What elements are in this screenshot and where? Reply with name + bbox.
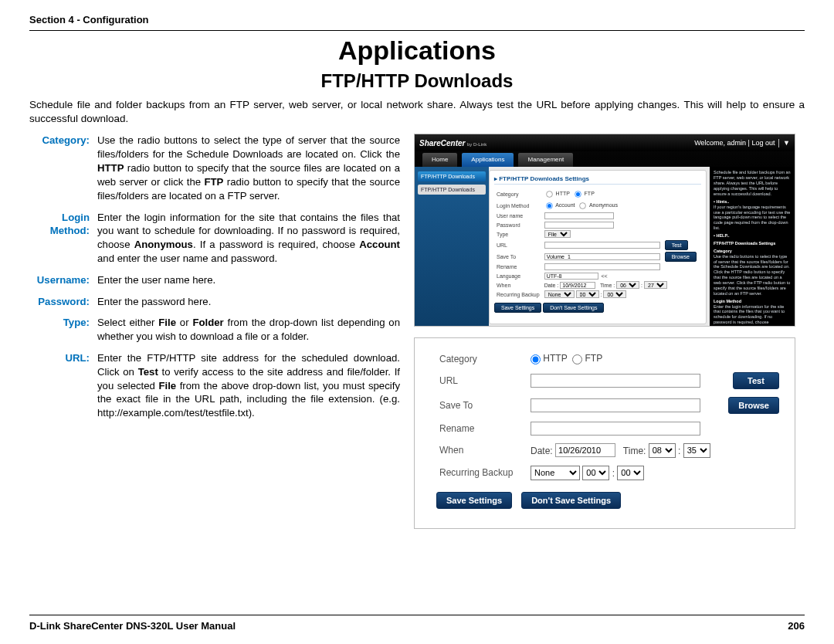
t: . If a password is required, choose	[193, 239, 359, 250]
b: Account	[359, 239, 400, 250]
settings-form-large: Category HTTP FTP URL Test Save To Brows…	[436, 349, 782, 483]
term-password: Password:	[29, 295, 90, 309]
lbl-when: When	[494, 280, 542, 290]
help-lm-t: Enter the login information for the site…	[714, 304, 788, 327]
input-password-small[interactable]	[544, 222, 614, 229]
desc-category: Use the radio buttons to select the type…	[97, 134, 400, 202]
help-hints-h: Hints..	[714, 199, 791, 205]
lbl-save-to: Save To	[494, 251, 542, 263]
save-settings-small[interactable]: Save Settings	[494, 303, 541, 313]
sidebar-item-ftp-http[interactable]: FTP/HTTP Downloads	[418, 185, 486, 195]
footer-page-number: 206	[788, 620, 805, 632]
input-save-to-small[interactable]	[544, 253, 660, 260]
brand-text: ShareCenter	[419, 139, 465, 147]
radio-anonymous-small[interactable]	[580, 202, 586, 208]
intro-text: Schedule file and folder backups from an…	[29, 98, 805, 126]
footer-left: D-Link ShareCenter DNS-320L User Manual	[29, 620, 236, 632]
select-rec-hh[interactable]: 00	[582, 466, 609, 480]
help-hints-t: If your region's language requirements u…	[714, 205, 790, 231]
browse-button[interactable]: Browse	[728, 397, 779, 414]
select-hh-small[interactable]: 06	[616, 281, 639, 289]
tab-management[interactable]: Management	[518, 153, 573, 167]
t: HTTP	[543, 353, 567, 364]
dont-save-settings-small[interactable]: Don't Save Settings	[543, 303, 604, 313]
definitions-column: Category: Use the radio buttons to selec…	[29, 134, 400, 529]
input-date-small[interactable]	[560, 282, 595, 289]
lbl-password: Password	[494, 221, 542, 229]
lbl-category: Category	[494, 188, 542, 199]
radio-ftp[interactable]	[572, 354, 582, 364]
help-section: FTP/HTTP Downloads Settings	[714, 241, 791, 246]
help-intro: Schedule file and folder backups from an…	[714, 170, 791, 196]
input-rename-small[interactable]	[544, 263, 660, 270]
lbl-url: URL	[494, 239, 542, 250]
dont-save-settings-button[interactable]: Don't Save Settings	[521, 492, 621, 509]
settings-form-small: Category HTTP FTP Login Method Account A…	[494, 188, 699, 299]
radio-ftp-small[interactable]	[575, 191, 581, 197]
app-sidebar: FTP/HTTP Downloads FTP/HTTP Downloads	[415, 167, 489, 327]
breadcrumb: FTP/HTTP Downloads	[418, 171, 486, 181]
logout-link[interactable]: Log out	[751, 139, 775, 147]
desc-url: Enter the FTP/HTTP site address for the …	[97, 351, 400, 420]
t: FTP/HTTP Downloads Settings	[499, 175, 589, 182]
lbl-recurring-l: Recurring Backup	[436, 462, 527, 484]
b: Anonymous	[134, 239, 193, 250]
select-rec-mm[interactable]: 00	[617, 466, 644, 480]
input-rename[interactable]	[531, 422, 700, 436]
app-topbar: ShareCenter by D-Link Welcome, admin | L…	[415, 134, 795, 151]
form-section-title: ▸ FTP/HTTP Downloads Settings	[494, 175, 701, 185]
select-mm[interactable]: 35	[683, 443, 710, 458]
t: FTP	[585, 191, 595, 196]
brand-suffix: by D-Link	[467, 142, 486, 147]
select-type-small[interactable]: File	[544, 230, 571, 238]
app-body: FTP/HTTP Downloads FTP/HTTP Downloads ▸ …	[415, 167, 795, 327]
lang-arrows[interactable]: <<	[602, 273, 608, 279]
test-button[interactable]: Test	[733, 372, 779, 389]
select-recurring[interactable]: None	[531, 466, 580, 480]
app-brand: ShareCenter by D-Link	[419, 139, 486, 147]
term-type: Type:	[29, 316, 90, 344]
test-button-small[interactable]: Test	[665, 240, 689, 250]
b: File	[158, 317, 176, 328]
input-url-small[interactable]	[544, 242, 660, 249]
radio-account-small[interactable]	[546, 202, 552, 208]
app-tabs: Home Applications Management	[415, 151, 795, 167]
dropdown-icon[interactable]: │ ▼	[777, 139, 790, 147]
lbl-url-l: URL	[436, 368, 527, 393]
input-language-small[interactable]	[544, 273, 598, 280]
t: Date :	[544, 283, 559, 288]
term-login-method: Login Method:	[29, 211, 90, 266]
select-hh[interactable]: 08	[649, 443, 676, 458]
lbl-login-method: Login Method	[494, 200, 542, 212]
t: Anonymous	[589, 202, 618, 208]
input-username-small[interactable]	[544, 212, 614, 219]
select-rec-mm-small[interactable]: 00	[603, 290, 626, 298]
t: Select either	[97, 317, 158, 328]
input-date[interactable]	[555, 443, 615, 457]
lbl-rename: Rename	[494, 263, 542, 271]
t: FTP	[585, 353, 602, 364]
lbl-rename-l: Rename	[436, 418, 527, 439]
save-settings-button[interactable]: Save Settings	[436, 492, 512, 509]
radio-http[interactable]	[531, 354, 541, 364]
select-mm-small[interactable]: 27	[644, 281, 667, 289]
help-cat-h: Category	[714, 249, 791, 254]
term-username: Username:	[29, 273, 90, 287]
section-header: Section 4 - Configuration	[29, 14, 805, 30]
lbl-save-to-l: Save To	[436, 393, 527, 418]
desc-username: Enter the user name here.	[97, 273, 400, 287]
radio-http-small[interactable]	[546, 191, 552, 197]
input-url[interactable]	[531, 374, 700, 388]
topbar-right: Welcome, admin | Log out │ ▼	[694, 139, 790, 147]
select-rec-hh-small[interactable]: 00	[576, 290, 599, 298]
b: Folder	[192, 317, 223, 328]
input-save-to[interactable]	[531, 398, 700, 412]
t: Account	[555, 202, 575, 208]
browse-button-small[interactable]: Browse	[665, 252, 697, 262]
tab-applications[interactable]: Applications	[462, 153, 514, 167]
page-subtitle: FTP/HTTP Downloads	[29, 70, 805, 92]
select-recurring-small[interactable]: None	[544, 290, 575, 298]
help-lm-h: Login Method	[714, 299, 791, 304]
tab-home[interactable]: Home	[422, 153, 457, 167]
desc-login-method: Enter the login information for the site…	[97, 211, 400, 266]
